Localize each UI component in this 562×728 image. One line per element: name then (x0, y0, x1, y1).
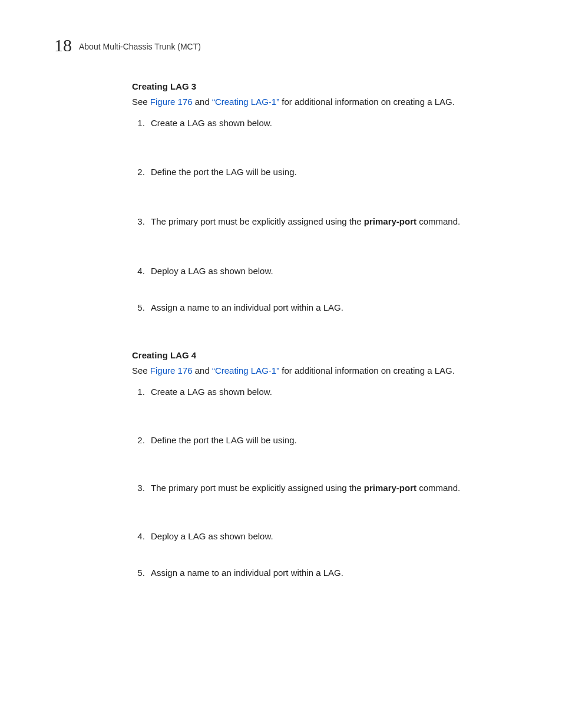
list-item: Deploy a LAG as shown below. (147, 530, 509, 543)
cross-ref-text: Creating LAG-1 (215, 365, 276, 375)
body-content: Creating LAG 3 See Figure 176 and “Creat… (132, 80, 509, 615)
step-text: Deploy a LAG as shown below. (151, 531, 273, 541)
step-text: Deploy a LAG as shown below. (151, 266, 273, 276)
text: for additional information on creating a… (279, 365, 455, 375)
text: and (193, 365, 212, 375)
text: See (132, 365, 150, 375)
step-text: command. (416, 216, 460, 226)
section-intro: See Figure 176 and “Creating LAG-1” for … (132, 364, 509, 377)
list-item: Assign a name to an individual port with… (147, 566, 509, 579)
step-text: Create a LAG as shown below. (151, 387, 272, 397)
page: 18 About Multi-Chassis Trunk (MCT) Creat… (0, 0, 562, 728)
text: See (132, 97, 150, 107)
step-text: The primary port must be explicitly assi… (151, 483, 364, 493)
figure-link[interactable]: Figure 176 (150, 97, 193, 107)
list-item: Define the port the LAG will be using. (147, 166, 509, 179)
step-text: The primary port must be explicitly assi… (151, 216, 364, 226)
chapter-number: 18 (54, 35, 72, 55)
list-item: Create a LAG as shown below. (147, 117, 509, 130)
step-text: Create a LAG as shown below. (151, 118, 272, 128)
list-item: Create a LAG as shown below. (147, 386, 509, 398)
section-title: Creating LAG 4 (132, 349, 509, 362)
text: for additional information on creating a… (279, 97, 455, 107)
text: and (193, 97, 212, 107)
section-intro: See Figure 176 and “Creating LAG-1” for … (132, 95, 509, 108)
list-item: Assign a name to an individual port with… (147, 301, 509, 314)
section-title: Creating LAG 3 (132, 80, 509, 93)
list-item: Deploy a LAG as shown below. (147, 265, 509, 278)
section-creating-lag-4: Creating LAG 4 See Figure 176 and “Creat… (132, 349, 509, 579)
step-text: command. (416, 483, 460, 493)
list-item: The primary port must be explicitly assi… (147, 215, 509, 228)
list-item: Define the port the LAG will be using. (147, 434, 509, 447)
cross-ref-link[interactable]: “Creating LAG-1” (212, 365, 279, 375)
list-item: The primary port must be explicitly assi… (147, 482, 509, 495)
running-head: About Multi-Chassis Trunk (MCT) (79, 42, 201, 51)
step-text: Define the port the LAG will be using. (151, 167, 297, 177)
steps-list: Create a LAG as shown below. Define the … (132, 117, 509, 314)
command-name: primary-port (364, 483, 416, 493)
cross-ref-text: Creating LAG-1 (215, 97, 276, 107)
steps-list: Create a LAG as shown below. Define the … (132, 386, 509, 579)
command-name: primary-port (364, 216, 416, 226)
step-text: Assign a name to an individual port with… (151, 568, 343, 578)
step-text: Assign a name to an individual port with… (151, 302, 343, 312)
step-text: Define the port the LAG will be using. (151, 435, 297, 445)
figure-link[interactable]: Figure 176 (150, 365, 193, 375)
section-creating-lag-3: Creating LAG 3 See Figure 176 and “Creat… (132, 80, 509, 314)
cross-ref-link[interactable]: “Creating LAG-1” (212, 97, 279, 107)
